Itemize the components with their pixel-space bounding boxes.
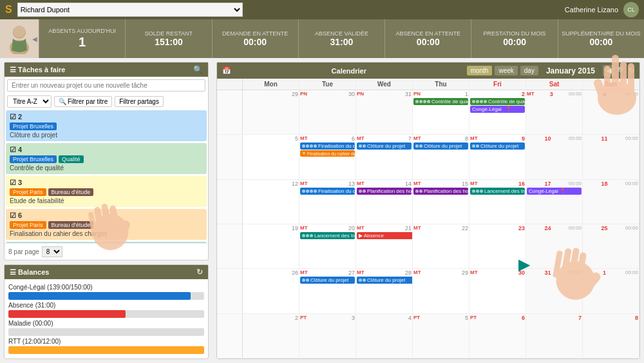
- pagination-select[interactable]: 8: [42, 246, 62, 257]
- day-header-fri: Fri: [469, 79, 526, 90]
- cal-cell[interactable]: MT13 Finalisation du cahier des charg...: [299, 180, 356, 224]
- stat-solde-value: 151:00: [155, 37, 183, 47]
- cal-cell-sat[interactable]: MT300:00: [526, 90, 583, 134]
- cal-cell[interactable]: PT3: [299, 314, 356, 358]
- calendar-event[interactable]: Contrôle de qualité: [470, 98, 525, 105]
- cal-cell-sat[interactable]: 3100:00: [526, 269, 583, 313]
- cal-cell[interactable]: MT21 ▶ Absence ►: [356, 224, 413, 268]
- cal-cell-sat[interactable]: 2400:00: [526, 224, 583, 268]
- calendar-event[interactable]: Planification des horaires des é...: [357, 188, 412, 195]
- task-item[interactable]: ☑ 3 Projet Paris Bureau d'étude Etude de…: [6, 176, 207, 207]
- tasks-header: ☰ Tâches à faire 🔍: [5, 63, 208, 77]
- cal-cell-sun[interactable]: 400:00: [583, 90, 639, 134]
- task-item[interactable]: ☑ 2 Projet Bruxelles Clôture du projet: [6, 110, 207, 141]
- cal-cell[interactable]: 26: [243, 269, 299, 313]
- cal-cell[interactable]: 23: [469, 224, 526, 268]
- calendar-event[interactable]: Planification des horaires des é...: [413, 188, 468, 195]
- calendar-event[interactable]: Lancement des travaux: [470, 188, 525, 195]
- task-pagination: 8 par page 8: [5, 243, 208, 260]
- cal-week-btn[interactable]: week: [495, 66, 517, 75]
- task-item[interactable]: ☑ 6 Projet Paris Bureau d'étude Finalisa…: [6, 209, 207, 240]
- cal-cell[interactable]: PN30: [299, 90, 356, 134]
- user-selector[interactable]: Richard Dupont: [17, 3, 243, 17]
- stat-absents-label: ABSENTS AUJOURD'HUI: [48, 28, 116, 35]
- stat-absence-attente-label: ABSENCE EN ATTENTE: [396, 30, 460, 37]
- prev-button[interactable]: ◀: [32, 35, 37, 43]
- cal-cell[interactable]: 19: [243, 224, 299, 268]
- calendar-event[interactable]: Clôture du projet: [413, 142, 468, 150]
- calendar-event[interactable]: Finalisation du cahier des charg...: [300, 188, 355, 195]
- calendar-event-absence[interactable]: ▶ Absence ►: [357, 232, 413, 239]
- balance-maladie-bar: [8, 328, 204, 336]
- cal-cell[interactable]: MT9 Clôture du projet: [469, 135, 526, 179]
- cal-cell[interactable]: MT15 Planification des horaires des é...: [413, 180, 469, 224]
- cal-cell-sun[interactable]: 100:00: [583, 269, 639, 313]
- cal-cell[interactable]: MT28 Clôture du projet ▶: [356, 269, 413, 313]
- cal-cell-sun[interactable]: 1800:00: [583, 180, 639, 224]
- task-sort-select[interactable]: Titre A-Z: [7, 95, 52, 108]
- stat-absence-validee-value: 31:00: [330, 37, 354, 47]
- balances-section: ☰ Balances ↻ Congé-Légal (139:00/150:00)…: [4, 264, 209, 359]
- cal-cell[interactable]: MT7 Clôture du projet: [356, 135, 413, 179]
- cal-cell[interactable]: 4: [356, 314, 413, 358]
- cal-cell-sat[interactable]: 7: [526, 314, 583, 358]
- balances-refresh-icon[interactable]: ↻: [196, 268, 203, 277]
- cal-cell[interactable]: MT14 Planification des horaires des é...: [356, 180, 413, 224]
- cal-cell[interactable]: MT27 Clôture du projet: [299, 269, 356, 313]
- filter-by-title-btn[interactable]: 🔍 Filtrer par titre: [54, 96, 112, 107]
- cal-cell-sun[interactable]: 8: [583, 314, 639, 358]
- cal-cell[interactable]: 2 Contrôle de qualité Congé-Légal 📍: [469, 90, 526, 134]
- cal-refresh-icon[interactable]: ↻: [629, 66, 634, 75]
- calendar-event[interactable]: Clôture du projet: [300, 277, 355, 284]
- task-tags: Projet Paris Bureau d'étude: [10, 188, 203, 196]
- stat-absence-attente: ABSENCE EN ATTENTE 00:00: [384, 19, 471, 58]
- calendar-event-conge[interactable]: Congé-Légal 📍: [470, 106, 525, 113]
- week-num-header: [217, 79, 243, 90]
- calendar-event[interactable]: Lancement des travaux: [300, 232, 355, 239]
- calendar-event[interactable]: Contrôle de qualité: [413, 98, 468, 105]
- cal-cell-sun[interactable]: 2500:00: [583, 224, 639, 268]
- task-item[interactable]: ☑ 4 Projet Bruxelles Qualité Contrôle de…: [6, 143, 207, 174]
- calendar-event[interactable]: Clôture du projet: [357, 142, 412, 150]
- calendar-event[interactable]: Clôture du projet ▶: [357, 277, 413, 284]
- cal-month-btn[interactable]: month: [467, 66, 493, 75]
- task-new-input[interactable]: [7, 79, 205, 92]
- cal-cell[interactable]: PN1 Contrôle de qualité: [413, 90, 469, 134]
- cal-cell[interactable]: MT20 Lancement des travaux: [299, 224, 356, 268]
- cal-cell[interactable]: PT6: [469, 314, 526, 358]
- cal-cell[interactable]: 29: [243, 90, 299, 134]
- left-panel: ☰ Tâches à faire 🔍 Titre A-Z 🔍 Filtrer p…: [0, 58, 213, 363]
- cal-cell[interactable]: MT29: [413, 269, 469, 313]
- cal-cell-sat[interactable]: 1700:00 Congé-Légal 📍: [526, 180, 583, 224]
- cal-cell[interactable]: 12: [243, 180, 299, 224]
- calendar-event[interactable]: Clôture du projet: [470, 142, 525, 150]
- calendar-days-header: Mon Tue Wed Thu Fri Sat Sun: [217, 79, 639, 90]
- task-title: Etude de faisabilité: [10, 197, 203, 204]
- calendar-week: 12 MT13 Finalisation du cahier des charg…: [217, 180, 639, 224]
- stat-prestation-label: PRESTATION DU MOIS: [483, 30, 545, 37]
- cal-cell[interactable]: MT6 Finalisation du cahier des charg... …: [299, 135, 356, 179]
- task-input-area: [5, 77, 208, 94]
- cal-search-icon[interactable]: 🔍: [617, 66, 626, 75]
- calendar-event-conge[interactable]: Congé-Légal 📍: [527, 188, 582, 195]
- cal-prev-btn[interactable]: ◀: [603, 65, 614, 76]
- cal-cell[interactable]: PT5: [413, 314, 469, 358]
- cal-cell[interactable]: MT16 Lancement des travaux: [469, 180, 526, 224]
- filter-by-tags-btn[interactable]: Filtrer partags: [115, 96, 164, 107]
- cal-cell[interactable]: 5: [243, 135, 299, 179]
- task-tag: Projet Bruxelles: [10, 155, 57, 163]
- cal-cell[interactable]: MT8 Clôture du projet: [413, 135, 469, 179]
- cal-cell[interactable]: MT22: [413, 224, 469, 268]
- cal-cell-sun[interactable]: 1100:00: [583, 135, 639, 179]
- tasks-search-icon[interactable]: 🔍: [193, 65, 203, 74]
- balance-conge-bar: [8, 292, 204, 300]
- cal-day-btn[interactable]: day: [520, 66, 538, 75]
- task-title: Finalisation du cahier des charges: [10, 230, 203, 237]
- main-content: ☰ Tâches à faire 🔍 Titre A-Z 🔍 Filtrer p…: [0, 58, 644, 363]
- calendar-event[interactable]: Finalisation du cahier des charg...: [300, 142, 355, 150]
- cal-cell[interactable]: 2: [243, 314, 299, 358]
- calendar-event[interactable]: ✕ Finalisation du cahier des ch...: [300, 150, 355, 157]
- cal-cell[interactable]: PN31: [356, 90, 413, 134]
- cal-cell-sat[interactable]: 1000:00: [526, 135, 583, 179]
- cal-cell[interactable]: MT30: [469, 269, 526, 313]
